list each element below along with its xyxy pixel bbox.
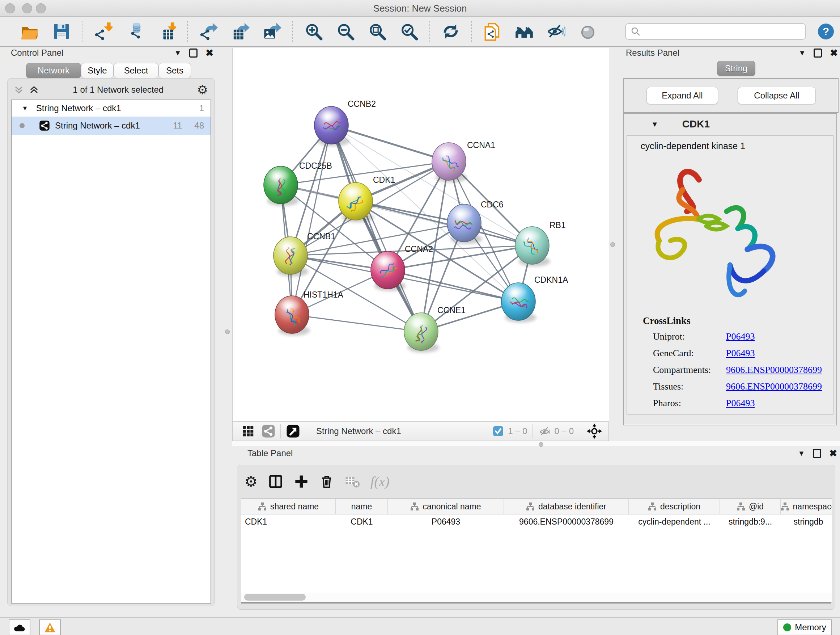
node-CCNA1[interactable] — [432, 143, 467, 182]
add-column-icon[interactable] — [294, 474, 309, 489]
tab-style[interactable]: Style — [81, 63, 114, 78]
column-header-shared-name[interactable]: shared name — [241, 499, 336, 514]
column-header-namespace[interactable]: namespace — [781, 499, 832, 514]
import-network-icon[interactable] — [93, 21, 114, 42]
node-label-CDC6: CDC6 — [481, 200, 504, 209]
show-all-icon[interactable] — [577, 21, 598, 42]
apply-layout-icon[interactable] — [440, 21, 461, 42]
collapse-all-icon[interactable] — [13, 84, 24, 95]
table-row[interactable]: CDK1CDK1P064939606.ENSP00000378699cyclin… — [241, 515, 832, 529]
network-canvas[interactable]: CCNB2CCNA1CDC25BCDK1CDC6RB1CCNB1CCNA2CDK… — [232, 48, 609, 422]
cell--id[interactable]: stringdb:9... — [720, 515, 781, 529]
column-header-database-identifier[interactable]: database identifier — [504, 499, 629, 514]
network-collection-row[interactable]: ▼ String Network – cdk1 1 — [11, 100, 210, 117]
horizontal-scrollbar[interactable] — [241, 593, 832, 602]
tab-sets[interactable]: Sets — [158, 63, 191, 78]
collapse-panel-icon[interactable]: ▼ — [174, 49, 181, 57]
first-neighbors-icon[interactable] — [514, 21, 535, 42]
crosslink-link[interactable]: P06493 — [726, 398, 755, 409]
column-header--id[interactable]: @id — [720, 499, 781, 514]
cell-name[interactable]: CDK1 — [336, 515, 388, 529]
import-database-icon[interactable] — [125, 21, 145, 42]
node-HIST1H1A[interactable] — [275, 296, 310, 336]
crosslink-link[interactable]: P06493 — [726, 348, 755, 359]
node-RB1[interactable] — [515, 226, 550, 266]
import-table-icon[interactable] — [156, 21, 177, 42]
pan-crosshair-icon[interactable] — [587, 424, 602, 439]
left-splitter-handle[interactable] — [225, 329, 230, 334]
export-image-icon[interactable] — [262, 21, 283, 42]
help-icon[interactable]: ? — [815, 21, 836, 42]
network-view-icon[interactable] — [262, 424, 275, 438]
delete-column-icon[interactable] — [319, 474, 334, 489]
zoom-selected-icon[interactable] — [399, 21, 420, 42]
zoom-in-icon[interactable] — [303, 21, 324, 42]
grid-view-icon[interactable] — [241, 424, 255, 438]
open-icon[interactable] — [19, 21, 40, 42]
section-expander-icon[interactable]: ▼ — [651, 120, 658, 128]
export-network-icon[interactable] — [198, 21, 219, 42]
network-row-selected[interactable]: String Network – cdk1 11 48 — [11, 117, 210, 135]
collapse-all-button[interactable]: Collapse All — [737, 87, 816, 104]
float-panel-icon[interactable] — [813, 49, 822, 57]
node-CCNE1[interactable] — [404, 313, 439, 353]
float-panel-icon[interactable] — [813, 449, 821, 458]
new-network-from-selection-icon[interactable] — [482, 21, 503, 42]
node-CDK1[interactable] — [339, 182, 374, 222]
warning-button[interactable] — [39, 619, 61, 635]
zoom-out-icon[interactable] — [335, 21, 356, 42]
node-CDC6[interactable] — [447, 204, 482, 244]
zoom-fit-icon[interactable] — [367, 21, 388, 42]
crosslink-label: Compartments: — [653, 364, 711, 375]
tab-select[interactable]: Select — [114, 63, 158, 78]
tab-network[interactable]: Network — [26, 63, 81, 78]
selected-checkbox-icon[interactable] — [493, 426, 504, 437]
gear-icon[interactable]: ⚙ — [197, 82, 208, 97]
save-icon[interactable] — [51, 21, 72, 42]
crosslink-link[interactable]: 9606.ENSP00000378699 — [726, 381, 822, 392]
close-panel-icon[interactable]: ✖ — [205, 48, 213, 57]
edge-CCNB2-CCNA1[interactable] — [332, 125, 449, 162]
node-CDKN1A[interactable] — [501, 283, 537, 323]
show-columns-icon[interactable] — [268, 473, 284, 489]
crosslink-label: GeneCard: — [653, 348, 694, 358]
edge-HIST1H1A-CCNE1[interactable] — [292, 315, 421, 332]
toolbar-separator — [292, 21, 294, 42]
node-CCNB2[interactable] — [314, 106, 349, 146]
network-view-title: String Network – cdk1 — [316, 426, 401, 436]
right-splitter-handle[interactable] — [610, 242, 615, 247]
close-panel-icon[interactable]: ✖ — [830, 48, 838, 57]
memory-button[interactable]: Memory — [777, 619, 832, 635]
node-CDC25B[interactable] — [264, 166, 299, 206]
cell-namespace[interactable]: stringdb — [781, 515, 832, 529]
gene-section-header[interactable]: ▼ CDK1 — [624, 114, 836, 135]
collapse-panel-icon[interactable]: ▼ — [798, 49, 806, 57]
cell-shared-name[interactable]: CDK1 — [241, 515, 336, 529]
cloud-button[interactable] — [9, 619, 30, 635]
edge-CCNA2-CDKN1A[interactable] — [388, 270, 518, 302]
search-input[interactable] — [625, 23, 806, 40]
node-CCNA2[interactable] — [371, 251, 406, 291]
crosslink-link[interactable]: 9606.ENSP00000378699 — [726, 364, 822, 375]
column-header-name[interactable]: name — [336, 499, 388, 514]
float-panel-icon[interactable] — [189, 49, 197, 57]
scrollbar-thumb[interactable] — [244, 594, 306, 600]
expand-all-icon[interactable] — [28, 84, 39, 95]
gear-icon[interactable]: ⚙ — [245, 473, 257, 490]
column-header-description[interactable]: description — [629, 499, 720, 514]
export-table-icon[interactable] — [230, 21, 251, 42]
tab-string[interactable]: String — [717, 61, 755, 76]
cell-canonical-name[interactable]: P06493 — [388, 515, 504, 529]
cell-database-identifier[interactable]: 9606.ENSP00000378699 — [504, 515, 629, 529]
cell-description[interactable]: cyclin-dependent ... — [629, 515, 720, 529]
collapse-panel-icon[interactable]: ▼ — [798, 450, 805, 457]
column-header-canonical-name[interactable]: canonical name — [388, 499, 504, 514]
expand-all-button[interactable]: Expand All — [646, 87, 718, 104]
close-panel-icon[interactable]: ✖ — [829, 448, 837, 458]
tree-expander-icon[interactable]: ▼ — [22, 105, 28, 111]
edge-CCNB2-CCNE1[interactable] — [332, 125, 421, 332]
node-CCNB1[interactable] — [273, 237, 309, 277]
crosslink-link[interactable]: P06493 — [726, 331, 755, 342]
hide-selected-icon[interactable] — [546, 21, 567, 42]
birdseye-view-icon[interactable] — [286, 424, 300, 439]
